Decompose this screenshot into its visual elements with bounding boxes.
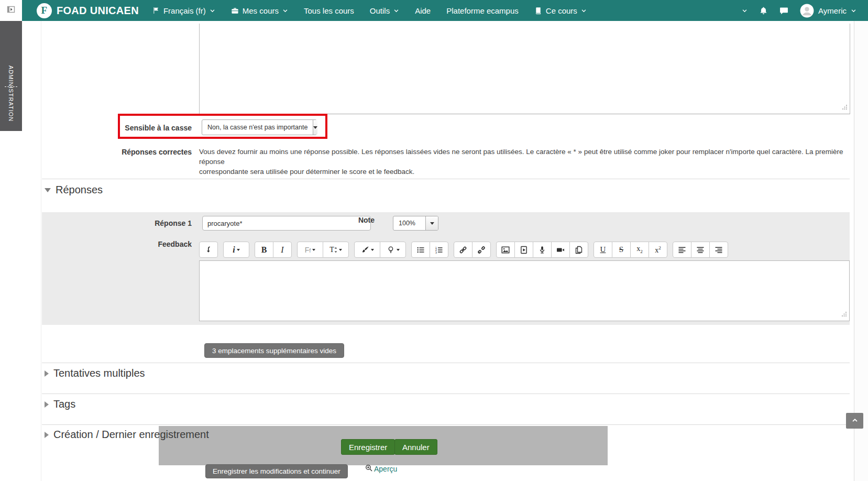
user-name: Aymeric <box>818 6 847 15</box>
section-title: Création / Dernier enregistrement <box>53 429 209 441</box>
nav-item-label: Plateforme ecampus <box>446 6 519 15</box>
nav-item-ce-cours[interactable]: Ce cours <box>534 6 587 15</box>
superscript-icon: x2 <box>655 246 661 254</box>
top-navbar: F FOAD UNICAEN Français (fr)Mes coursTou… <box>0 0 868 21</box>
add-blanks-button[interactable]: 3 emplacements supplémentaires vides <box>204 343 344 358</box>
messages-chat-icon[interactable] <box>779 6 788 15</box>
chevron-down-icon <box>581 8 587 14</box>
font-size-button[interactable]: T <box>323 242 349 258</box>
svg-text:3: 3 <box>435 250 437 254</box>
section-divider <box>42 179 850 179</box>
record-video-icon <box>556 246 565 254</box>
record-video-button[interactable] <box>551 242 570 258</box>
site-brand[interactable]: F FOAD UNICAEN <box>37 3 139 18</box>
record-audio-icon <box>538 246 546 254</box>
content-right-edge <box>854 21 854 481</box>
save-and-continue-button[interactable]: Enregistrer les modifications et continu… <box>205 464 348 478</box>
bullet-list-icon <box>416 246 425 254</box>
info-button[interactable]: i <box>223 242 249 258</box>
section-title: Réponses <box>56 184 103 196</box>
main-menu: Français (fr)Mes coursTous les coursOuti… <box>152 6 587 15</box>
flag-icon <box>152 7 160 14</box>
feedback-textarea[interactable] <box>199 260 850 321</box>
section-divider <box>42 424 850 425</box>
align-center-button[interactable] <box>691 242 710 258</box>
manage-files-button[interactable] <box>569 242 588 258</box>
lightbulb-button[interactable] <box>380 242 406 258</box>
italic-button[interactable]: I <box>273 242 292 258</box>
scrollbar-track[interactable] <box>854 21 868 481</box>
align-center-icon <box>696 246 705 254</box>
section-divider <box>42 393 850 394</box>
cancel-button[interactable]: Annuler <box>394 439 437 455</box>
section-header-tentatives[interactable]: Tentatives multiples <box>45 367 145 379</box>
preview-link[interactable]: Aperçu <box>365 464 397 474</box>
media-button[interactable] <box>514 242 533 258</box>
navbar-right: Aymeric <box>742 0 856 21</box>
nav-item-aide[interactable]: Aide <box>415 6 431 15</box>
link-button[interactable] <box>454 242 473 258</box>
toolbar-group <box>496 242 588 258</box>
answer1-label: Réponse 1 <box>42 219 192 227</box>
record-audio-button[interactable] <box>533 242 552 258</box>
select-arrow-button[interactable] <box>425 216 438 230</box>
bold-button[interactable]: B <box>255 242 273 258</box>
section-collapsed-icon <box>45 432 49 438</box>
section-header-tags[interactable]: Tags <box>45 398 75 410</box>
underline-button[interactable]: U <box>594 242 612 258</box>
nav-item-label: Ce cours <box>546 6 577 15</box>
toolbar-collapse-button[interactable] <box>199 242 218 258</box>
administration-dock-tab[interactable]: ADMINISTRATION <box>8 65 14 88</box>
select-arrow-button[interactable] <box>313 120 317 135</box>
case-sensitivity-value: Non, la casse n'est pas importante <box>202 120 313 135</box>
drawer-toggle-icon <box>7 5 15 16</box>
notifications-bell-icon[interactable] <box>759 6 768 15</box>
nav-item-mes-cours[interactable]: Mes cours <box>231 6 288 15</box>
administration-dock: ADMINISTRATION <box>0 21 22 131</box>
nav-item-label: Mes cours <box>243 6 279 15</box>
nav-item-plateforme-ecampus[interactable]: Plateforme ecampus <box>446 6 519 15</box>
toolbar-group <box>199 242 218 258</box>
align-right-icon <box>715 246 723 254</box>
nav-item-label: Français (fr) <box>163 6 206 15</box>
strikethrough-button[interactable]: S <box>612 242 631 258</box>
section-header-reponses[interactable]: Réponses <box>45 184 103 196</box>
user-menu[interactable]: Aymeric <box>800 4 856 18</box>
ordered-list-button[interactable]: 123 <box>430 242 448 258</box>
scroll-to-top-button[interactable] <box>846 413 863 429</box>
font-family-button[interactable]: Ff <box>297 242 323 258</box>
case-sensitivity-select[interactable]: Non, la casse n'est pas importante <box>202 119 317 135</box>
toolbar-group <box>354 242 406 258</box>
section-header-creation[interactable]: Création / Dernier enregistrement <box>45 429 209 441</box>
resize-grip-icon[interactable] <box>842 103 848 112</box>
subscript-button[interactable]: x2 <box>630 242 649 258</box>
unlink-button[interactable] <box>472 242 491 258</box>
align-left-button[interactable] <box>673 242 691 258</box>
toolbar-group: 123 <box>411 242 448 258</box>
highlight-brush-button[interactable] <box>354 242 380 258</box>
search-plus-icon <box>365 464 373 474</box>
nav-item-label: Tous les cours <box>304 6 354 15</box>
collapse-chevron-icon[interactable] <box>742 8 748 14</box>
drawer-toggle-button[interactable] <box>0 0 22 21</box>
resize-grip-icon[interactable] <box>841 310 847 319</box>
caret-down-icon <box>430 222 434 225</box>
question-text-textarea[interactable] <box>199 24 850 114</box>
dropdown-caret-icon <box>371 249 374 251</box>
help-line-2: correspondante sera utilisée pour déterm… <box>199 167 854 177</box>
nav-item-tous-les-cours[interactable]: Tous les cours <box>304 6 354 15</box>
chevron-down-icon <box>851 8 856 14</box>
correct-answers-label: Réponses correctes <box>42 148 192 156</box>
preview-label: Aperçu <box>374 465 397 473</box>
align-right-button[interactable] <box>709 242 728 258</box>
nav-item-fran-ais-fr[interactable]: Français (fr) <box>152 6 215 15</box>
subscript-icon: x2 <box>636 245 643 254</box>
image-button[interactable] <box>496 242 515 258</box>
bullet-list-button[interactable] <box>411 242 430 258</box>
correct-answers-help: Vous devez fournir au moins une réponse … <box>199 147 854 177</box>
superscript-button[interactable]: x2 <box>649 242 667 258</box>
save-button[interactable]: Enregistrer <box>341 439 395 455</box>
note-select[interactable]: 100% <box>393 216 438 231</box>
nav-item-outils[interactable]: Outils <box>370 6 399 15</box>
toolbar-group: i <box>223 242 249 258</box>
